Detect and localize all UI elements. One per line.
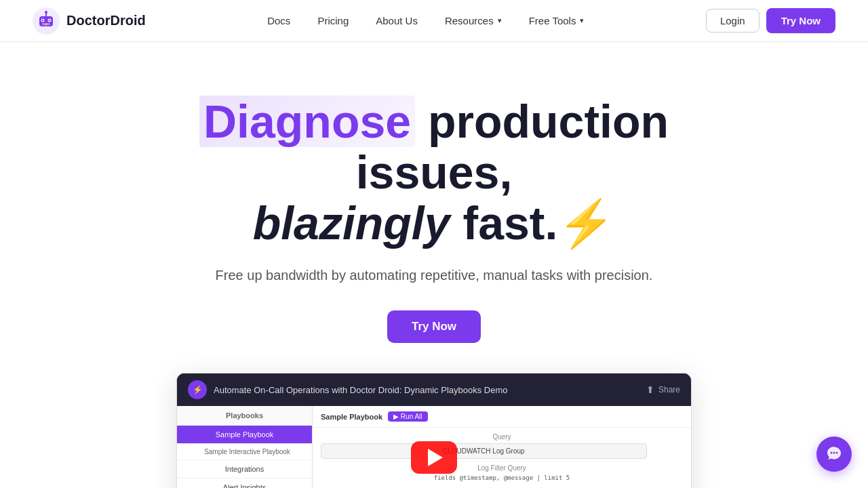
video-sidebar-playbooks-header: Playbooks (177, 406, 312, 426)
nav-actions: Login Try Now (706, 8, 835, 33)
free-tools-chevron-icon: ▾ (580, 16, 584, 25)
video-title: Automate On-Call Operations with Doctor … (214, 385, 508, 395)
try-now-nav-button[interactable]: Try Now (766, 8, 835, 33)
video-top-bar: ⚡ Automate On-Call Operations with Docto… (177, 373, 691, 406)
video-main-content: Sample Playbook ▶ Run All Query CLOUDWAT… (313, 406, 691, 488)
video-playbook-label: Sample Playbook (321, 413, 382, 421)
video-sidebar-sample-playbook[interactable]: Sample Playbook (177, 426, 312, 444)
nav-resources[interactable]: Resources ▾ (434, 9, 513, 32)
brand-name: DoctorDroid (66, 13, 146, 28)
svg-point-7 (45, 11, 47, 14)
svg-text:⚡: ⚡ (44, 22, 49, 26)
svg-point-4 (42, 19, 43, 20)
youtube-play-button[interactable] (411, 441, 457, 474)
nav-links: Docs Pricing About Us Resources ▾ Free T… (256, 9, 595, 32)
hero-heading-highlight: Diagnose (199, 96, 415, 147)
login-button[interactable]: Login (706, 9, 760, 33)
hero-heading-italic: blazingly (253, 197, 450, 249)
video-sidebar-integrations[interactable]: Integrations (177, 460, 312, 479)
svg-point-12 (836, 452, 838, 454)
log-filter-value: fields @timestamp, @message | limit 5 (321, 474, 683, 481)
svg-point-5 (49, 19, 50, 20)
svg-point-10 (831, 452, 833, 454)
chat-widget-button[interactable] (816, 436, 852, 472)
svg-point-11 (833, 452, 835, 454)
nav-about[interactable]: About Us (365, 9, 429, 32)
try-now-hero-button[interactable]: Try Now (387, 310, 481, 343)
share-icon: ⬆ (646, 384, 654, 395)
hero-section: Diagnose production issues, blazingly fa… (0, 42, 868, 488)
play-triangle-icon (428, 449, 443, 466)
video-sidebar-sample-interactive[interactable]: Sample Interactive Playbook (177, 444, 312, 460)
nav-docs[interactable]: Docs (256, 9, 301, 32)
navbar: ⚡ DoctorDroid Docs Pricing About Us Reso… (0, 0, 868, 42)
video-preview: ⚡ Automate On-Call Operations with Docto… (176, 373, 692, 488)
hero-heading: Diagnose production issues, blazingly fa… (129, 96, 739, 248)
video-query-section: Query CLOUDWATCH Log Group Log Filter Qu… (313, 428, 691, 488)
nav-pricing[interactable]: Pricing (307, 9, 359, 32)
chat-icon (825, 445, 843, 463)
video-sidebar: Playbooks Sample Playbook Sample Interac… (177, 406, 313, 488)
log-filter-label: Log Filter Query (321, 464, 683, 472)
hero-heading-line2-rest: fast.⚡ (463, 197, 616, 249)
logo-icon: ⚡ (33, 7, 60, 35)
query-value: CLOUDWATCH Log Group (321, 443, 647, 459)
video-brand-icon: ⚡ (188, 380, 207, 399)
video-title-row: ⚡ Automate On-Call Operations with Docto… (188, 380, 508, 399)
video-main-top-bar: Sample Playbook ▶ Run All (313, 406, 691, 428)
video-share-button[interactable]: ⬆ Share (646, 384, 680, 395)
logo[interactable]: ⚡ DoctorDroid (33, 7, 146, 35)
nav-free-tools[interactable]: Free Tools ▾ (518, 9, 595, 32)
video-run-all-button[interactable]: ▶ Run All (388, 411, 427, 422)
video-sidebar-alert-insights[interactable]: Alert Insights (177, 479, 312, 488)
hero-subtext: Free up bandwidth by automating repetiti… (216, 264, 653, 286)
resources-chevron-icon: ▾ (498, 16, 502, 25)
query-label: Query (321, 433, 683, 441)
